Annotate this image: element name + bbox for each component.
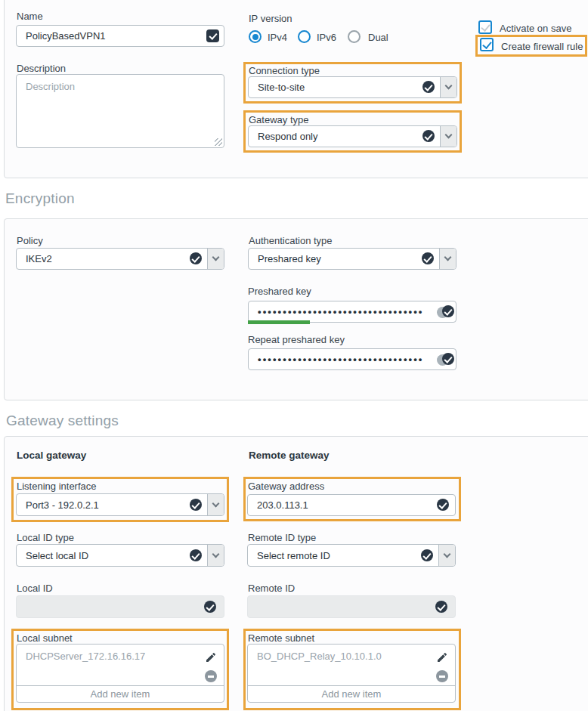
remote-id-type-value: Select remote ID: [257, 550, 330, 561]
valid-check-icon: [190, 499, 202, 511]
remote-id-label: Remote ID: [248, 583, 295, 594]
valid-check-icon: [422, 81, 435, 93]
dropdown-button[interactable]: [438, 545, 455, 566]
radio-ipv6[interactable]: [298, 30, 311, 43]
remote-id-type-label: Remote ID type: [248, 532, 316, 543]
remove-item-icon[interactable]: [205, 670, 217, 682]
radio-dual-label: Dual: [368, 32, 388, 43]
preshared-key-label: Preshared key: [248, 286, 311, 297]
password-strength-bar: [248, 320, 310, 324]
radio-ipv4-label: IPv4: [268, 32, 287, 43]
edit-icon[interactable]: [436, 651, 448, 663]
subnet-item: BO_DHCP_Relay_10.10.1.0: [257, 651, 382, 662]
name-label: Name: [17, 11, 43, 22]
chevron-down-icon: [212, 499, 220, 507]
remote-subnet-label: Remote subnet: [248, 632, 314, 644]
auth-type-value: Preshared key: [258, 253, 321, 264]
local-id-label: Local ID: [17, 583, 53, 594]
remote-gateway-heading: Remote gateway: [249, 450, 330, 461]
local-id-type-value: Select local ID: [26, 550, 88, 561]
auth-type-dropdown[interactable]: Preshared key: [248, 248, 456, 270]
connection-type-value: Site-to-site: [258, 82, 305, 93]
chevron-down-icon: [212, 254, 220, 261]
repeat-preshared-input[interactable]: ••••••••••••••••••••••••••••••••••••: [248, 348, 456, 370]
create-firewall-label: Create firewall rule: [501, 41, 583, 52]
valid-check-icon: [442, 353, 454, 365]
encryption-heading: Encryption: [5, 190, 75, 207]
dropdown-button[interactable]: [207, 545, 224, 566]
valid-check-icon: [204, 601, 216, 613]
add-new-item-button[interactable]: Add new item: [17, 685, 224, 702]
listening-interface-label: Listening interface: [17, 481, 97, 492]
dropdown-button[interactable]: [440, 77, 456, 97]
chevron-down-icon: [212, 550, 220, 558]
name-input[interactable]: [16, 25, 224, 47]
valid-check-icon: [437, 499, 449, 511]
subnet-item: DHCPServer_172.16.16.17: [26, 651, 145, 662]
chevron-down-icon: [445, 82, 453, 90]
remove-item-icon[interactable]: [436, 670, 448, 682]
description-label: Description: [17, 63, 66, 74]
valid-check-icon: [190, 549, 202, 561]
vpn-settings-form: Name Description IP version IPv4 IPv6 Du…: [0, 0, 588, 711]
local-id-type-label: Local ID type: [17, 532, 74, 543]
valid-check-icon: [435, 601, 447, 613]
dropdown-button[interactable]: [207, 494, 224, 515]
local-subnet-label: Local subnet: [17, 632, 73, 644]
ip-version-label: IP version: [249, 13, 292, 24]
auth-type-label: Authentication type: [249, 235, 333, 246]
resize-grip-icon[interactable]: [215, 138, 222, 146]
gateway-settings-heading: Gateway settings: [6, 413, 119, 429]
create-firewall-checkbox[interactable]: [480, 38, 494, 51]
chevron-down-icon: [445, 131, 453, 139]
listening-interface-dropdown[interactable]: Port3 - 192.0.2.1: [16, 493, 224, 516]
chevron-down-icon: [444, 550, 451, 558]
remote-subnet-list: BO_DHCP_Relay_10.10.1.0 Add new item: [247, 644, 456, 703]
gateway-address-label: Gateway address: [248, 481, 324, 492]
valid-check-icon: [422, 130, 435, 142]
policy-dropdown[interactable]: IKEv2: [16, 248, 224, 270]
listening-interface-value: Port3 - 192.0.2.1: [26, 499, 99, 511]
gateway-address-value: 203.0.113.1: [257, 499, 308, 511]
add-new-item-button[interactable]: Add new item: [248, 685, 455, 702]
local-gateway-heading: Local gateway: [17, 450, 86, 461]
valid-check-icon: [442, 305, 454, 317]
radio-ipv6-label: IPv6: [317, 32, 336, 43]
policy-value: IKEv2: [26, 253, 52, 264]
radio-dual[interactable]: [348, 30, 361, 43]
connection-type-label: Connection type: [249, 65, 320, 76]
activate-on-save-label: Activate on save: [500, 23, 571, 34]
description-textarea[interactable]: [16, 74, 224, 148]
preshared-key-input[interactable]: ••••••••••••••••••••••••••••••••••••: [248, 301, 456, 323]
valid-check-icon: [422, 252, 434, 264]
edit-icon[interactable]: [205, 651, 217, 663]
gateway-type-value: Respond only: [258, 131, 318, 142]
local-id-type-dropdown[interactable]: Select local ID: [16, 544, 224, 567]
local-subnet-list: DHCPServer_172.16.16.17 Add new item: [16, 644, 224, 703]
dropdown-button[interactable]: [440, 126, 456, 147]
remote-id-type-dropdown[interactable]: Select remote ID: [247, 544, 456, 567]
radio-ipv4[interactable]: [249, 30, 262, 43]
local-id-input: [16, 595, 224, 618]
dropdown-button[interactable]: [207, 249, 224, 269]
gateway-address-input[interactable]: 203.0.113.1: [247, 494, 456, 516]
repeat-preshared-value: ••••••••••••••••••••••••••••••••••••: [258, 354, 422, 365]
valid-check-icon: [421, 549, 433, 561]
valid-check-icon: [206, 29, 219, 42]
name-input-field[interactable]: [26, 30, 201, 42]
gateway-type-dropdown[interactable]: Respond only: [248, 125, 457, 147]
repeat-preshared-label: Repeat preshared key: [248, 334, 345, 345]
connection-type-dropdown[interactable]: Site-to-site: [248, 76, 457, 98]
policy-label: Policy: [17, 235, 43, 246]
remote-id-input: [247, 595, 456, 618]
preshared-key-value: ••••••••••••••••••••••••••••••••••••: [258, 306, 422, 317]
activate-on-save-checkbox[interactable]: [478, 20, 492, 34]
chevron-down-icon: [444, 254, 452, 261]
gateway-type-label: Gateway type: [249, 114, 309, 125]
valid-check-icon: [190, 252, 202, 264]
dropdown-button[interactable]: [439, 249, 456, 269]
